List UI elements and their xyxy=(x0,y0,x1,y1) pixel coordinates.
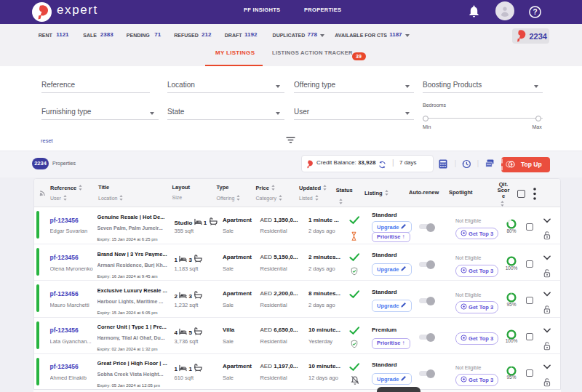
svg-text:?: ? xyxy=(533,8,537,16)
